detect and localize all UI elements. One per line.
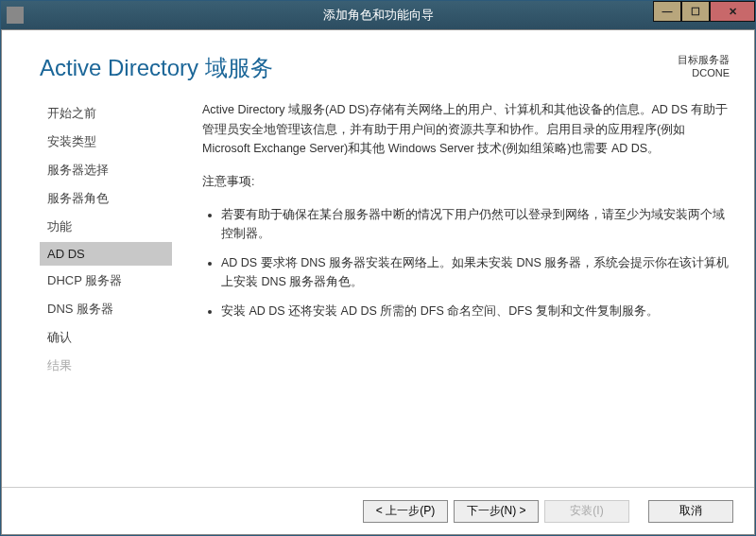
next-button[interactable]: 下一步(N) > [454, 500, 539, 523]
target-server-label: 目标服务器 [678, 53, 730, 67]
sidebar-item-ad-ds[interactable]: AD DS [40, 242, 172, 266]
window-controls: — ☐ ✕ [653, 1, 755, 22]
footer: < 上一步(P) 下一步(N) > 安装(I) 取消 [2, 487, 754, 534]
sidebar-item-confirm[interactable]: 确认 [40, 324, 172, 351]
maximize-button[interactable]: ☐ [681, 1, 710, 22]
target-server: 目标服务器 DCONE [678, 53, 730, 78]
previous-button[interactable]: < 上一步(P) [363, 500, 448, 523]
page-title: Active Directory 域服务 [40, 53, 735, 83]
sidebar-item-server-roles[interactable]: 服务器角色 [40, 185, 172, 212]
main-content: Active Directory 域服务(AD DS)存储有关网络上的用户、计算… [172, 93, 731, 381]
cancel-button[interactable]: 取消 [648, 500, 733, 523]
body-area: 开始之前 安装类型 服务器选择 服务器角色 功能 AD DS DHCP 服务器 … [2, 93, 754, 381]
titlebar: 添加角色和功能向导 — ☐ ✕ [1, 1, 755, 29]
content-area: Active Directory 域服务 目标服务器 DCONE 开始之前 安装… [1, 29, 755, 535]
wizard-window: 添加角色和功能向导 — ☐ ✕ Active Directory 域服务 目标服… [0, 0, 756, 536]
sidebar-item-results: 结果 [40, 353, 172, 379]
minimize-button[interactable]: — [653, 1, 681, 22]
notes-title: 注意事项: [202, 172, 731, 192]
note-item: 若要有助于确保在某台服务器中断的情况下用户仍然可以登录到网络，请至少为域安装两个… [221, 205, 731, 244]
target-server-value: DCONE [678, 67, 730, 78]
close-button[interactable]: ✕ [710, 1, 755, 22]
header-area: Active Directory 域服务 目标服务器 DCONE [2, 30, 754, 93]
note-item: 安装 AD DS 还将安装 AD DS 所需的 DFS 命名空间、DFS 复制和… [221, 302, 731, 321]
window-title: 添加角色和功能向导 [323, 7, 434, 24]
sidebar-item-dns[interactable]: DNS 服务器 [40, 296, 172, 322]
install-button: 安装(I) [544, 500, 629, 523]
sidebar: 开始之前 安装类型 服务器选择 服务器角色 功能 AD DS DHCP 服务器 … [40, 93, 172, 381]
sidebar-item-dhcp[interactable]: DHCP 服务器 [40, 268, 172, 294]
sidebar-item-features[interactable]: 功能 [40, 214, 172, 240]
notes-list: 若要有助于确保在某台服务器中断的情况下用户仍然可以登录到网络，请至少为域安装两个… [202, 205, 731, 321]
intro-text: Active Directory 域服务(AD DS)存储有关网络上的用户、计算… [202, 100, 731, 159]
sidebar-item-install-type[interactable]: 安装类型 [40, 129, 172, 155]
app-icon [7, 7, 24, 24]
note-item: AD DS 要求将 DNS 服务器安装在网络上。如果未安装 DNS 服务器，系统… [221, 253, 731, 292]
sidebar-item-before-begin[interactable]: 开始之前 [40, 100, 172, 127]
sidebar-item-server-select[interactable]: 服务器选择 [40, 157, 172, 183]
